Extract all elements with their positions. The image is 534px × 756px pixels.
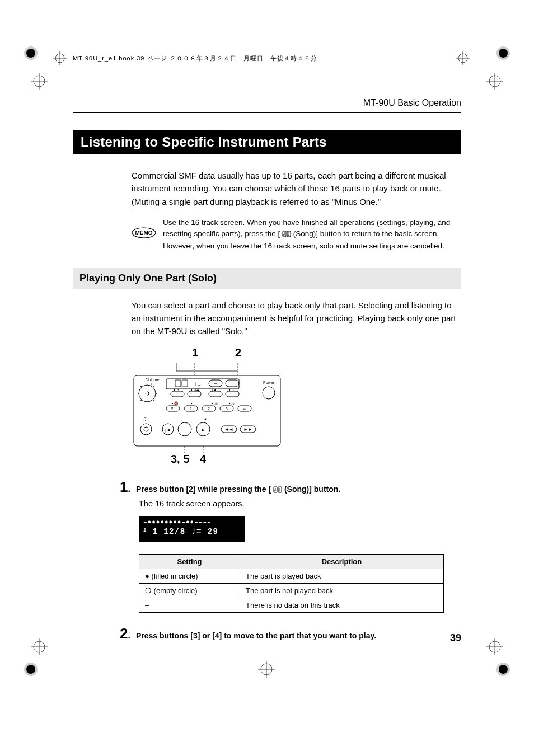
regmark-bottom-left	[22, 661, 39, 678]
svg-text:-: -	[143, 382, 144, 386]
svg-point-7	[499, 665, 508, 674]
step-1-number: 1.	[115, 480, 130, 494]
lcd-row-1: –●●●●●●●●–●●––––	[143, 518, 241, 526]
svg-text:MEMO: MEMO	[135, 230, 152, 236]
svg-text:◄◄: ◄◄	[224, 427, 233, 432]
step-2-text: Press buttons [3] or [4] to move to the …	[136, 631, 376, 640]
header-rule	[73, 112, 461, 113]
svg-text:Volume: Volume	[146, 378, 159, 382]
page-content: MT-90U Basic Operation Listening to Spec…	[73, 98, 461, 644]
svg-point-65	[191, 389, 192, 391]
regmark-bottom-right	[495, 661, 512, 678]
svg-point-45	[140, 400, 142, 401]
regmark-top-right	[495, 45, 512, 62]
memo-row: MEMO Use the 16 track screen. When you h…	[132, 217, 461, 252]
svg-text:A⇄: A⇄	[194, 388, 199, 392]
svg-point-43	[138, 393, 139, 394]
svg-text:|◄··: |◄··	[212, 388, 218, 392]
intro-paragraph: Commercial SMF data usually has up to 16…	[132, 169, 461, 208]
svg-point-42	[153, 386, 154, 387]
svg-point-46	[153, 400, 154, 401]
svg-text:🔉: 🔉	[214, 401, 219, 406]
lcd-screenshot: –●●●●●●●●–●●–––– 1 1 12/8 ♩= 29	[139, 516, 245, 542]
step-1: 1. Press button [2] while pressing the […	[115, 480, 461, 495]
svg-text:♫: ♫	[143, 416, 147, 422]
svg-text:♪: ♪	[232, 388, 234, 392]
svg-text:+: +	[231, 381, 233, 386]
control-panel-diagram: 1 2 Volume -+ Power	[132, 346, 461, 469]
svg-text:–: –	[214, 381, 217, 386]
svg-point-68	[229, 389, 230, 391]
svg-text:🔇: 🔇	[174, 401, 179, 406]
svg-text:►►: ►►	[243, 427, 252, 432]
svg-point-95	[205, 419, 207, 420]
memo-text: Use the 16 track screen. When you have f…	[163, 217, 461, 252]
callout-4: 4	[200, 453, 206, 466]
table-row: ● (filled in circle) The part is played …	[139, 569, 444, 584]
callout-3-5: 3, 5	[171, 453, 189, 466]
song-icon	[273, 486, 282, 495]
page-number: 39	[450, 632, 461, 644]
subsection-heading: Playing Only One Part (Solo)	[73, 268, 461, 289]
memo-icon: MEMO	[132, 227, 156, 238]
svg-point-72	[191, 403, 192, 404]
print-header: MT-90U_r_e1.book 39 ページ ２００８年３月２４日 月曜日 午…	[73, 54, 317, 63]
svg-rect-37	[134, 375, 280, 446]
section-title: Listening to Specific Instrument Parts	[73, 130, 461, 154]
table-row: ❍ (empty circle) The part is not played …	[139, 584, 444, 598]
svg-point-70	[172, 403, 173, 404]
svg-text:♩ =: ♩ =	[194, 382, 201, 387]
callout-2: 2	[235, 346, 241, 359]
regmark-inner-bl	[31, 638, 48, 655]
svg-point-3	[499, 49, 508, 58]
svg-text:⟲: ⟲	[177, 388, 180, 392]
crosshair-icon-left	[53, 51, 67, 67]
regmark-inner-tl	[31, 73, 48, 90]
svg-text:R: R	[170, 407, 173, 411]
regmark-inner-tr	[486, 73, 503, 90]
callout-1: 1	[192, 346, 198, 359]
running-header: MT-90U Basic Operation	[73, 98, 461, 108]
regmark-inner-br	[486, 638, 503, 655]
th-setting: Setting	[139, 555, 240, 569]
settings-table: Setting Description ● (filled in circle)…	[139, 554, 444, 613]
svg-point-44	[156, 393, 157, 394]
step-2-number: 2.	[115, 626, 130, 641]
svg-point-75	[229, 403, 230, 404]
svg-text:2: 2	[208, 407, 210, 411]
svg-point-5	[26, 665, 35, 674]
svg-text:Power: Power	[263, 381, 275, 384]
th-description: Description	[240, 555, 444, 569]
step-1-sub: The 16 track screen appears.	[139, 499, 461, 508]
svg-text:♪♪: ♪♪	[231, 402, 235, 405]
svg-text:+: +	[151, 382, 153, 386]
svg-text:4: 4	[243, 407, 246, 411]
svg-text:1: 1	[190, 407, 192, 411]
svg-text:|◄: |◄	[165, 428, 171, 433]
step-1-text: Press button [2] while pressing the [ (S…	[136, 485, 340, 495]
svg-text:3: 3	[226, 407, 228, 411]
solo-paragraph: You can select a part and choose to play…	[132, 299, 461, 338]
svg-point-73	[212, 403, 213, 404]
svg-point-1	[26, 49, 35, 58]
table-row: – There is no data on this track	[139, 598, 444, 613]
panel-svg: Volume -+ Power ♩ = – +	[132, 363, 283, 453]
step-2: 2. Press buttons [3] or [4] to move to t…	[115, 626, 461, 641]
song-icon	[282, 229, 291, 241]
svg-point-63	[174, 389, 175, 391]
regmark-bottom-center	[258, 661, 275, 678]
regmark-top-left	[22, 45, 39, 62]
crosshair-icon-right	[456, 51, 470, 67]
svg-point-41	[140, 386, 142, 387]
svg-text:▸: ▸	[202, 427, 205, 433]
